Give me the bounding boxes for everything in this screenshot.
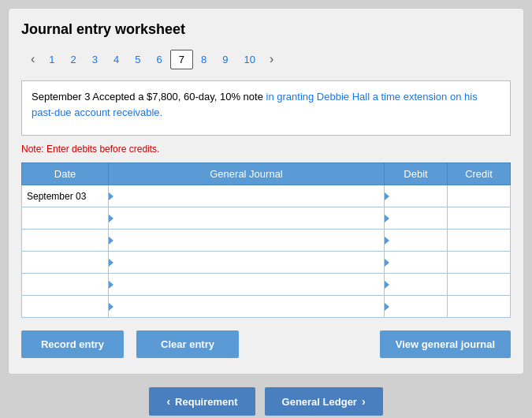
- date-cell-6: [22, 296, 109, 318]
- journal-cell-5[interactable]: [109, 274, 385, 296]
- requirement-button[interactable]: ‹ Requirement: [149, 387, 255, 416]
- table-row: September 03: [22, 185, 511, 207]
- row-indicator-1: [109, 192, 113, 200]
- page-3[interactable]: 3: [84, 50, 106, 69]
- journal-entry-worksheet-card: Journal entry worksheet ‹ 1 2 3 4 5 6 7 …: [8, 8, 524, 375]
- credit-cell-6[interactable]: [448, 296, 511, 318]
- debit-indicator-5: [385, 281, 389, 289]
- credit-input-1[interactable]: [448, 185, 510, 207]
- general-ledger-button[interactable]: General Ledger ›: [265, 387, 383, 416]
- record-entry-button[interactable]: Record entry: [21, 330, 124, 358]
- date-cell-3: [22, 230, 109, 252]
- buttons-row: Record entry Clear entry View general jo…: [21, 330, 511, 358]
- col-header-date: Date: [22, 163, 109, 185]
- description-text-plain: September 3 Accepted a $7,800, 60-day, 1…: [32, 91, 266, 103]
- page-10[interactable]: 10: [236, 50, 262, 69]
- debit-input-5[interactable]: [385, 274, 447, 295]
- date-cell-1: September 03: [22, 185, 109, 207]
- debit-input-4[interactable]: [385, 252, 447, 273]
- page-4[interactable]: 4: [106, 50, 127, 69]
- journal-cell-2[interactable]: [109, 207, 385, 230]
- note-text: Note: Enter debits before credits.: [21, 144, 511, 155]
- credit-cell-5[interactable]: [448, 274, 511, 296]
- journal-input-1[interactable]: [109, 185, 384, 207]
- journal-cell-3[interactable]: [109, 230, 385, 252]
- journal-input-2[interactable]: [109, 207, 384, 229]
- journal-input-5[interactable]: [109, 274, 384, 295]
- credit-input-2[interactable]: [448, 207, 510, 229]
- row-indicator-6: [109, 303, 113, 311]
- general-ledger-arrow-right: ›: [362, 395, 366, 408]
- row-indicator-3: [109, 237, 113, 244]
- date-cell-5: [22, 274, 109, 296]
- page-6[interactable]: 6: [149, 50, 170, 69]
- bottom-navigation: ‹ Requirement General Ledger ›: [8, 387, 524, 416]
- row-indicator-5: [109, 281, 113, 289]
- col-header-journal: General Journal: [109, 163, 385, 185]
- debit-input-6[interactable]: [385, 296, 447, 317]
- credit-input-4[interactable]: [448, 252, 510, 273]
- description-box: September 3 Accepted a $7,800, 60-day, 1…: [21, 80, 511, 136]
- journal-table: Date General Journal Debit Credit Septem…: [21, 162, 511, 318]
- credit-cell-1[interactable]: [448, 185, 511, 207]
- debit-indicator-1: [385, 192, 389, 200]
- debit-cell-2[interactable]: [385, 207, 448, 230]
- table-row: [22, 207, 511, 230]
- debit-cell-1[interactable]: [385, 185, 448, 207]
- journal-input-6[interactable]: [109, 296, 384, 317]
- debit-cell-4[interactable]: [385, 252, 448, 274]
- clear-entry-button[interactable]: Clear entry: [136, 330, 239, 358]
- debit-cell-3[interactable]: [385, 230, 448, 252]
- debit-input-3[interactable]: [385, 230, 447, 251]
- page-1[interactable]: 1: [41, 50, 62, 69]
- date-cell-2: [22, 207, 109, 230]
- credit-input-6[interactable]: [448, 296, 510, 317]
- row-indicator-4: [109, 259, 113, 267]
- debit-input-2[interactable]: [385, 207, 447, 229]
- next-arrow[interactable]: ›: [263, 49, 280, 69]
- table-row: [22, 230, 511, 252]
- credit-input-3[interactable]: [448, 230, 510, 251]
- prev-arrow[interactable]: ‹: [24, 49, 41, 69]
- row-indicator-2: [109, 215, 113, 222]
- requirement-arrow-left: ‹: [166, 395, 170, 408]
- debit-indicator-4: [385, 259, 389, 267]
- credit-cell-3[interactable]: [448, 230, 511, 252]
- general-ledger-label: General Ledger: [282, 396, 357, 408]
- table-row: [22, 274, 511, 296]
- debit-input-1[interactable]: [385, 185, 447, 207]
- debit-indicator-3: [385, 237, 389, 244]
- credit-input-5[interactable]: [448, 274, 510, 295]
- page-5[interactable]: 5: [127, 50, 148, 69]
- page-2[interactable]: 2: [63, 50, 84, 69]
- page-7-active[interactable]: 7: [170, 50, 193, 69]
- requirement-label: Requirement: [175, 396, 237, 408]
- journal-input-4[interactable]: [109, 252, 384, 273]
- page-title: Journal entry worksheet: [21, 21, 511, 38]
- date-cell-4: [22, 252, 109, 274]
- debit-indicator-6: [385, 303, 389, 311]
- page-8[interactable]: 8: [193, 50, 214, 69]
- pagination: ‹ 1 2 3 4 5 6 7 8 9 10 ›: [21, 49, 511, 69]
- page-9[interactable]: 9: [214, 50, 236, 69]
- debit-cell-6[interactable]: [385, 296, 448, 318]
- debit-indicator-2: [385, 215, 389, 222]
- view-general-journal-button[interactable]: View general journal: [380, 330, 511, 358]
- table-row: [22, 252, 511, 274]
- debit-cell-5[interactable]: [385, 274, 448, 296]
- credit-cell-2[interactable]: [448, 207, 511, 230]
- journal-cell-1[interactable]: [109, 185, 385, 207]
- journal-cell-6[interactable]: [109, 296, 385, 318]
- credit-cell-4[interactable]: [448, 252, 511, 274]
- col-header-debit: Debit: [385, 163, 448, 185]
- journal-input-3[interactable]: [109, 230, 384, 251]
- col-header-credit: Credit: [448, 163, 511, 185]
- journal-cell-4[interactable]: [109, 252, 385, 274]
- table-row: [22, 296, 511, 318]
